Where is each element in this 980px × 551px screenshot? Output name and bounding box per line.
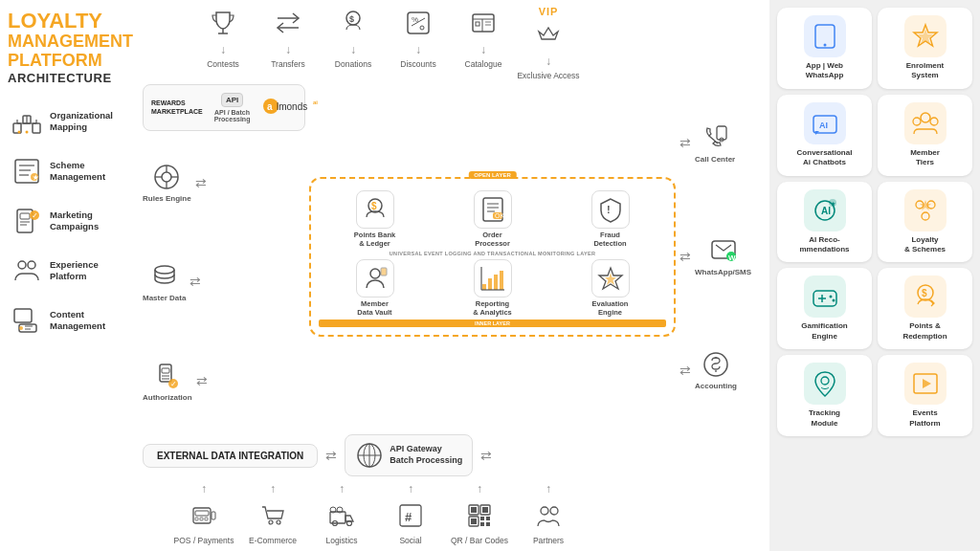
api-gateway-label: API GatewayBatch Processing	[390, 444, 462, 466]
svg-rect-98	[330, 512, 345, 523]
svg-rect-41	[476, 22, 479, 26]
svg-text:AI: AI	[821, 206, 831, 216]
accounting-label: Accounting	[695, 382, 737, 390]
call-center-row: ⇄ Call Center	[679, 122, 766, 164]
svg-text:✓: ✓	[32, 211, 38, 220]
member-tiers-icon	[904, 102, 947, 144]
sidebar-item-marketing[interactable]: ✓ MarketingCampaigns	[8, 200, 131, 242]
sidebar-item-marketing-label: MarketingCampaigns	[50, 209, 99, 231]
marketplace-box: REWARDSMARKETPLACE API API / BatchProces…	[143, 84, 305, 131]
channel-qr: ↑ QR / Bar Codes	[447, 482, 512, 545]
right-card-enrolment[interactable]: EnrolmentSystem	[878, 8, 972, 89]
ai-chatbots-icon: AI	[804, 102, 846, 144]
ecommerce-label: E-Commerce	[249, 536, 297, 545]
channel-vip: VIP ↓ Exclusive Access	[516, 6, 581, 80]
svg-rect-95	[212, 512, 215, 519]
title-management: MANAGEMENT	[8, 33, 131, 52]
svg-point-124	[921, 113, 930, 122]
transfers-label: Transfers	[271, 59, 305, 69]
tracking-icon	[804, 363, 846, 405]
gamification-icon	[804, 276, 846, 318]
svg-rect-73	[488, 278, 492, 290]
ai-reco-icon: AI ★	[804, 189, 846, 231]
loyalty-schemes-icon	[904, 189, 947, 231]
member-data-item: MemberData Vault	[319, 259, 431, 317]
pos-label: POS / Payments	[174, 536, 234, 545]
vip-badge: VIP	[539, 6, 559, 17]
svg-text:!: !	[607, 204, 611, 215]
sidebar-item-experience-label: ExperiencePlatform	[50, 259, 99, 281]
order-processor-item: OK OrderProcessor	[436, 190, 548, 248]
social-label: Social	[399, 536, 421, 545]
right-card-ai-chatbots[interactable]: AI ConversationalAi Chatbots	[777, 95, 872, 176]
sidebar-item-scheme-label: SchemeManagement	[50, 160, 105, 182]
svg-marker-79	[605, 273, 616, 285]
open-layer-label: OPEN LAYER	[468, 171, 516, 179]
sidebar-item-experience[interactable]: ExperiencePlatform	[8, 250, 131, 292]
evaluation-label: EvaluationEngine	[592, 299, 629, 317]
discounts-label: Discounts	[400, 59, 435, 69]
svg-point-7	[18, 130, 21, 133]
right-card-points-redemption[interactable]: $ Points &Redemption	[878, 268, 972, 349]
core-engine-box: OPEN LAYER $ Points	[309, 177, 676, 337]
svg-rect-110	[471, 518, 477, 524]
enrolment-label: EnrolmentSystem	[906, 61, 945, 81]
sidebar-item-org[interactable]: OrganizationalMapping	[8, 100, 131, 143]
reporting-label: Reporting& Analytics	[473, 299, 512, 317]
right-card-loyalty-schemes[interactable]: Loyalty& Schemes	[878, 182, 972, 263]
svg-text:lmonds: lmonds	[277, 101, 307, 112]
svg-text:$: $	[349, 14, 354, 24]
fraud-detection-item: ! FraudDetection	[554, 190, 666, 248]
svg-rect-71	[381, 268, 387, 276]
inner-layer-bottom-label: INNER LAYER	[319, 320, 666, 327]
sidebar-item-scheme[interactable]: ★ SchemeManagement	[8, 150, 131, 192]
qr-label: QR / Bar Codes	[451, 536, 508, 545]
points-bank-icon: $	[356, 190, 394, 229]
title-block: LOYALTY MANAGEMENT PLATFORM ARCHITECTURE	[8, 10, 131, 85]
svg-point-37	[420, 26, 424, 30]
vip-icon	[531, 17, 566, 52]
svg-rect-91	[195, 511, 209, 516]
logistics-label: Logistics	[325, 536, 357, 545]
title-platform: PLATFORM	[8, 52, 131, 71]
title-architecture: ARCHITECTURE	[8, 71, 131, 85]
rules-engine-row: Rules Engine ⇄	[143, 162, 305, 203]
gamification-label: GamificationEngine	[801, 321, 847, 342]
right-card-app-web[interactable]: App | WebWhatsApp	[777, 8, 872, 89]
channel-pos: ↑ POS / Payments	[171, 482, 236, 545]
fraud-detection-label: FraudDetection	[593, 231, 626, 248]
svg-point-85	[704, 353, 727, 376]
sidebar-item-content[interactable]: ContentManagement	[8, 299, 131, 342]
catalogue-icon	[466, 6, 501, 40]
svg-text:AI: AI	[819, 121, 828, 130]
svg-text:a: a	[267, 101, 273, 112]
authorization-label: Authorization	[143, 393, 192, 402]
right-card-member-tiers[interactable]: MemberTiers	[878, 95, 972, 176]
member-data-icon	[356, 259, 394, 298]
vip-label: Exclusive Access	[517, 71, 579, 80]
events-icon	[904, 363, 947, 405]
svg-rect-93	[200, 518, 203, 520]
experience-icon	[10, 253, 44, 288]
svg-point-138	[829, 296, 832, 298]
svg-point-126	[930, 118, 938, 125]
svg-text:★: ★	[831, 201, 835, 207]
right-card-events[interactable]: EventsPlatform	[878, 355, 972, 436]
svg-point-119	[823, 44, 826, 47]
donations-icon: $	[336, 6, 370, 40]
social-icon: #	[393, 498, 428, 533]
right-card-gamification[interactable]: GamificationEngine	[777, 268, 872, 349]
right-card-ai-reco[interactable]: AI ★ AI Reco-mmendations	[777, 182, 872, 263]
discounts-icon: %	[401, 6, 435, 40]
svg-rect-114	[486, 522, 490, 526]
channel-discounts: % ↓ Discounts	[386, 6, 451, 69]
pos-icon	[187, 498, 221, 533]
center-content: ↓ Contests ↓ Transfers	[139, 0, 769, 551]
svg-point-142	[821, 377, 829, 385]
points-bank-item: $ Points Bank& Ledger	[319, 190, 431, 248]
svg-point-8	[26, 130, 29, 133]
right-card-tracking[interactable]: TrackingModule	[777, 355, 872, 436]
svg-rect-108	[471, 507, 477, 513]
channel-ecommerce: ↑ E-Commerce	[240, 482, 305, 545]
svg-text:#: #	[405, 510, 412, 524]
